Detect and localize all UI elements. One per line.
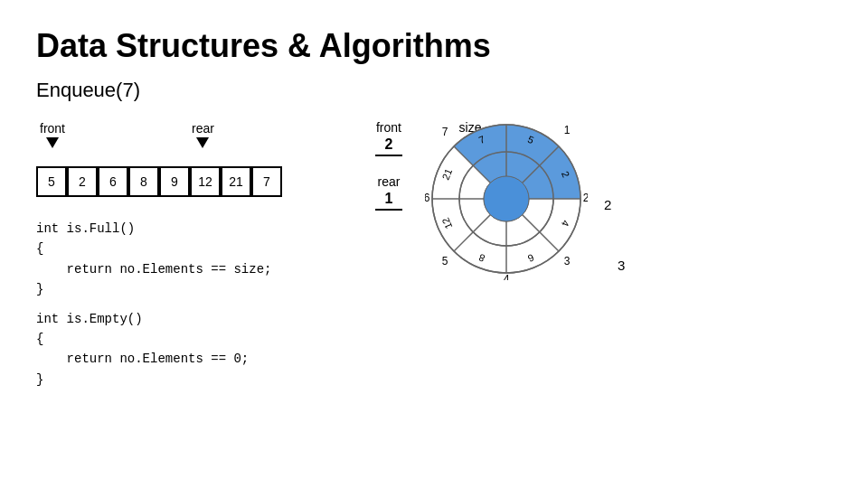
front-label: front	[40, 121, 65, 148]
rear-info-label: rear	[378, 174, 401, 189]
front-info-label: front	[376, 120, 401, 135]
subtitle: Enqueue(7)	[0, 74, 868, 116]
array-cell-2: 6	[98, 166, 128, 197]
page-title: Data Structures & Algorithms	[0, 0, 868, 74]
svg-text:5: 5	[442, 255, 448, 267]
svg-point-38	[484, 176, 529, 221]
svg-text:7: 7	[442, 126, 448, 138]
array-cell-5: 12	[190, 166, 221, 197]
array-cell-6: 21	[221, 166, 251, 197]
array-cell-7: 7	[251, 166, 282, 197]
rear-info-value: 1	[375, 191, 402, 211]
svg-text:2: 2	[583, 192, 588, 204]
code-block: int is.Full() { return no.Elements == si…	[36, 219, 271, 389]
rear-label: rear	[192, 121, 214, 148]
svg-text:0: 0	[504, 117, 510, 118]
front-info-value: 2	[375, 136, 402, 156]
number-3-outside-right: 3	[618, 258, 625, 273]
rear-info: rear 1	[362, 174, 416, 211]
array-display: 5 2 6 8 9 12 21 7	[36, 166, 282, 197]
array-cell-4: 9	[159, 166, 190, 197]
svg-text:3: 3	[564, 255, 571, 267]
svg-text:4: 4	[504, 273, 510, 280]
number-2-outside-circle: 2	[604, 197, 611, 212]
svg-text:6: 6	[425, 192, 430, 204]
array-cell-3: 8	[128, 166, 159, 197]
array-cell-1: 2	[67, 166, 98, 197]
array-cell-0: 5	[36, 166, 67, 197]
svg-text:1: 1	[564, 124, 571, 136]
front-info: front 2	[362, 120, 416, 156]
